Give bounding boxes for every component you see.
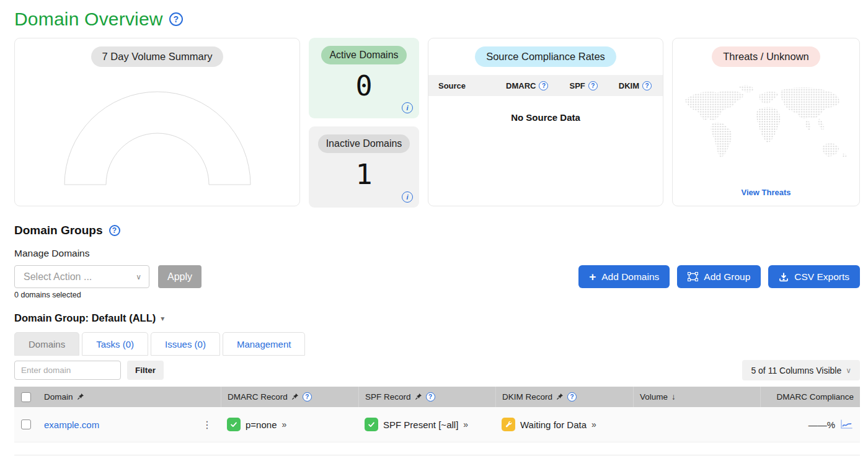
filter-button[interactable]: Filter (127, 361, 164, 380)
select-all-checkbox[interactable] (21, 392, 31, 402)
no-source-data-text: No Source Data (428, 112, 663, 123)
dmarc-compliance-column-header[interactable]: DMARC Compliance (760, 387, 860, 407)
volume-column-header[interactable]: Volume ↓ (633, 387, 760, 407)
domain-column-header[interactable]: Domain (38, 387, 221, 407)
spf-status-cell: SPF Present [~all] » (358, 418, 495, 431)
spf-help-icon[interactable]: ? (588, 81, 598, 90)
chevron-down-icon: ∨ (136, 273, 141, 281)
tab-tasks[interactable]: Tasks (0) (82, 332, 148, 356)
spf-details-chevron[interactable]: » (463, 419, 468, 429)
spf-record-help-icon[interactable]: ? (426, 392, 435, 402)
view-threats-link[interactable]: View Threats (673, 188, 859, 206)
dmarc-status-cell: p=none » (221, 418, 358, 431)
domains-selected-note: 0 domains selected (14, 291, 202, 299)
volume-gauge-chart (58, 86, 257, 190)
threats-title: Threats / Unknown (712, 46, 820, 67)
domain-tabs: Domains Tasks (0) Issues (0) Management (14, 332, 860, 356)
active-domains-title: Active Domains (321, 46, 406, 64)
plus-icon: + (589, 271, 596, 283)
table-row: example.com ⋮ p=none » SPF Present [~all… (14, 407, 860, 442)
dkim-record-column-header[interactable]: DKIM Record ? (495, 387, 633, 407)
domain-count-cards: Active Domains 0 i Inactive Domains 1 i (309, 38, 419, 208)
check-icon (365, 418, 378, 431)
dkim-record-help-icon[interactable]: ? (567, 392, 577, 402)
domains-table: Domain DMARC Record ? SPF Record (14, 387, 860, 455)
domain-groups-help-icon[interactable]: ? (109, 225, 120, 236)
source-compliance-header-row: Source DMARC ? SPF ? DKIM ? (428, 75, 663, 96)
dmarc-column-header: DMARC ? (506, 81, 548, 90)
table-footer-strip (14, 442, 860, 455)
inactive-domains-title: Inactive Domains (318, 134, 410, 153)
active-domains-info-icon[interactable]: i (402, 102, 413, 113)
chevron-down-icon: ∨ (846, 366, 851, 375)
dkim-column-header: DKIM ? (619, 81, 652, 90)
csv-exports-button[interactable]: CSV Exports (768, 265, 860, 288)
group-icon (688, 272, 698, 281)
dmarc-help-icon[interactable]: ? (539, 81, 548, 90)
source-compliance-title: Source Compliance Rates (475, 46, 616, 67)
action-select-value: Select Action ... (24, 271, 136, 283)
inactive-domains-count: 1 (309, 158, 419, 191)
page-help-icon[interactable]: ? (169, 12, 183, 26)
compliance-cell: ——% (760, 418, 860, 431)
row-menu-kebab-icon[interactable]: ⋮ (202, 419, 212, 431)
threats-card: Threats / Unknown (672, 38, 860, 206)
inactive-domains-card: Inactive Domains 1 i (309, 126, 419, 208)
domain-link[interactable]: example.com (44, 419, 99, 430)
add-domains-button[interactable]: + Add Domains (578, 265, 670, 288)
manage-domains-label: Manage Domains (14, 248, 860, 259)
summary-cards: 7 Day Volume Summary Active Domains 0 i … (14, 38, 860, 208)
add-group-button[interactable]: Add Group (677, 265, 761, 288)
dmarc-status-text: p=none (246, 419, 277, 430)
dkim-help-icon[interactable]: ? (642, 81, 652, 90)
domain-groups-header: Domain Groups ? (14, 224, 860, 237)
inactive-domains-info-icon[interactable]: i (402, 191, 413, 203)
sort-descending-icon[interactable]: ↓ (671, 392, 676, 402)
dkim-details-chevron[interactable]: » (591, 419, 596, 429)
dmarc-record-help-icon[interactable]: ? (303, 392, 312, 402)
pin-icon[interactable] (77, 393, 84, 401)
dmarc-details-chevron[interactable]: » (281, 419, 286, 429)
active-domains-count: 0 (309, 69, 419, 102)
spf-column-header: SPF ? (569, 81, 597, 90)
source-compliance-card: Source Compliance Rates Source DMARC ? S… (428, 38, 663, 206)
apply-button[interactable]: Apply (158, 265, 202, 288)
check-icon (227, 418, 241, 431)
domain-overview-page: Domain Overview ? 7 Day Volume Summary A… (0, 0, 868, 455)
wrench-icon (502, 418, 515, 431)
volume-summary-card: 7 Day Volume Summary (14, 38, 300, 206)
dmarc-record-column-header[interactable]: DMARC Record ? (221, 387, 358, 407)
caret-down-icon: ▾ (161, 314, 164, 323)
dkim-status-cell: Waiting for Data » (495, 418, 633, 431)
pin-icon[interactable] (415, 393, 422, 401)
page-title: Domain Overview (14, 9, 163, 30)
action-select[interactable]: Select Action ... ∨ (14, 265, 149, 288)
world-map-image (680, 81, 852, 175)
row-checkbox[interactable] (21, 419, 31, 429)
compliance-value: ——% (808, 419, 835, 430)
tab-issues[interactable]: Issues (0) (151, 332, 220, 356)
compliance-chart-icon[interactable] (839, 418, 854, 431)
table-header-row: Domain DMARC Record ? SPF Record (14, 387, 860, 407)
pin-icon[interactable] (556, 393, 564, 401)
volume-summary-title: 7 Day Volume Summary (91, 46, 224, 67)
tab-management[interactable]: Management (223, 332, 306, 356)
domain-group-selector[interactable]: Domain Group: Default (ALL) ▾ (14, 312, 860, 324)
spf-record-column-header[interactable]: SPF Record ? (358, 387, 495, 407)
dkim-status-text: Waiting for Data (520, 419, 587, 430)
spf-status-text: SPF Present [~all] (383, 419, 458, 430)
domain-groups-title: Domain Groups (14, 224, 103, 237)
source-column-header: Source (438, 81, 506, 90)
active-domains-card: Active Domains 0 i (309, 38, 419, 118)
domain-filter-input[interactable] (14, 361, 121, 380)
domain-group-label: Domain Group: Default (ALL) (14, 312, 156, 324)
pin-icon[interactable] (291, 393, 299, 401)
tab-domains[interactable]: Domains (14, 332, 79, 356)
download-icon (779, 272, 789, 282)
page-header: Domain Overview ? (14, 6, 860, 30)
columns-visible-button[interactable]: 5 of 11 Columns Visible ∨ (742, 360, 860, 380)
